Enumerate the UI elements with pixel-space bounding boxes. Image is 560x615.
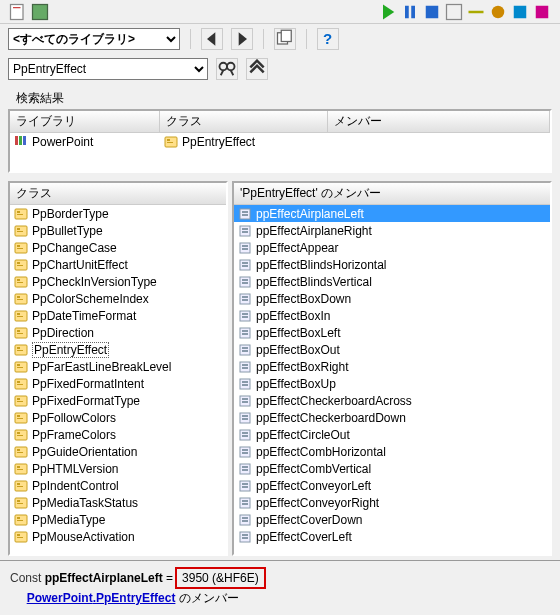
const-icon: [238, 463, 252, 475]
class-item[interactable]: PpMediaType: [10, 511, 226, 528]
svg-rect-0: [11, 4, 24, 19]
class-item[interactable]: PpFrameColors: [10, 426, 226, 443]
toolbar-icon[interactable]: [510, 2, 530, 22]
class-item-label: PpHTMLVersion: [32, 462, 118, 476]
stop-icon[interactable]: [422, 2, 442, 22]
class-item[interactable]: PpFarEastLineBreakLevel: [10, 358, 226, 375]
member-item[interactable]: ppEffectCheckerboardAcross: [234, 392, 550, 409]
search-result-row[interactable]: PowerPoint PpEntryEffect: [10, 133, 550, 150]
svg-rect-80: [17, 503, 23, 504]
member-item[interactable]: ppEffectBoxUp: [234, 375, 550, 392]
svg-rect-38: [17, 265, 23, 266]
member-item-label: ppEffectBoxOut: [256, 343, 340, 357]
class-item[interactable]: PpGuideOrientation: [10, 443, 226, 460]
svg-rect-77: [17, 486, 23, 487]
class-item-label: PpDirection: [32, 326, 94, 340]
member-item[interactable]: ppEffectConveyorLeft: [234, 477, 550, 494]
class-item[interactable]: PpEntryEffect: [10, 341, 226, 358]
const-icon: [238, 276, 252, 288]
search-results-label: 検索結果: [16, 90, 550, 107]
class-icon: [14, 327, 28, 339]
help-button[interactable]: ?: [317, 28, 339, 50]
footer-link-library[interactable]: PowerPoint: [27, 591, 93, 605]
class-item[interactable]: PpDateTimeFormat: [10, 307, 226, 324]
class-item-label: PpColorSchemeIndex: [32, 292, 149, 306]
class-icon: [14, 429, 28, 441]
toolbar-icon[interactable]: [532, 2, 552, 22]
svg-rect-64: [17, 415, 20, 417]
member-item[interactable]: ppEffectBoxRight: [234, 358, 550, 375]
equals: =: [166, 569, 173, 587]
forward-button[interactable]: [231, 28, 253, 50]
search-combo[interactable]: PpEntryEffect: [8, 58, 208, 80]
class-item[interactable]: PpBorderType: [10, 205, 226, 222]
svg-rect-47: [17, 316, 23, 317]
class-item[interactable]: PpFixedFormatType: [10, 392, 226, 409]
const-icon: [238, 310, 252, 322]
class-item[interactable]: PpChangeCase: [10, 239, 226, 256]
library-combo[interactable]: <すべてのライブラリ>: [8, 28, 180, 50]
member-item[interactable]: ppEffectBoxIn: [234, 307, 550, 324]
member-item[interactable]: ppEffectCircleOut: [234, 426, 550, 443]
classes-list[interactable]: PpBorderTypePpBulletTypePpChangeCasePpCh…: [10, 205, 226, 554]
member-item[interactable]: ppEffectBoxDown: [234, 290, 550, 307]
search-button[interactable]: [216, 58, 238, 80]
search-results-header: ライブラリ クラス メンバー: [10, 111, 550, 133]
footer-link-class[interactable]: PpEntryEffect: [96, 591, 175, 605]
collapse-button[interactable]: [246, 58, 268, 80]
member-item[interactable]: ppEffectCombVertical: [234, 460, 550, 477]
class-item[interactable]: PpMediaTaskStatus: [10, 494, 226, 511]
back-button[interactable]: [201, 28, 223, 50]
col-header-class[interactable]: クラス: [160, 111, 328, 132]
svg-rect-88: [242, 211, 248, 213]
member-item[interactable]: ppEffectBlindsHorizontal: [234, 256, 550, 273]
class-item[interactable]: PpBulletType: [10, 222, 226, 239]
class-item[interactable]: PpHTMLVersion: [10, 460, 226, 477]
member-item[interactable]: ppEffectAppear: [234, 239, 550, 256]
member-item-label: ppEffectBlindsHorizontal: [256, 258, 387, 272]
class-item-label: PpFollowColors: [32, 411, 116, 425]
svg-rect-70: [17, 449, 20, 451]
member-item[interactable]: ppEffectBlindsVertical: [234, 273, 550, 290]
copy-module-button[interactable]: [274, 28, 296, 50]
member-item[interactable]: ppEffectAirplaneLeft: [234, 205, 550, 222]
toolbar-icon[interactable]: [8, 2, 28, 22]
member-item[interactable]: ppEffectCombHorizontal: [234, 443, 550, 460]
member-item[interactable]: ppEffectBoxOut: [234, 341, 550, 358]
toolbar-icon[interactable]: [30, 2, 50, 22]
members-list[interactable]: ppEffectAirplaneLeftppEffectAirplaneRigh…: [234, 205, 550, 554]
class-item[interactable]: PpIndentControl: [10, 477, 226, 494]
class-item-label: PpIndentControl: [32, 479, 119, 493]
member-item[interactable]: ppEffectAirplaneRight: [234, 222, 550, 239]
const-icon: [238, 378, 252, 390]
toolbar-icon[interactable]: [444, 2, 464, 22]
svg-rect-11: [536, 5, 549, 18]
member-item[interactable]: ppEffectCheckerboardDown: [234, 409, 550, 426]
member-item[interactable]: ppEffectConveyorRight: [234, 494, 550, 511]
library-row: <すべてのライブラリ> ?: [0, 24, 560, 54]
class-item[interactable]: PpMouseActivation: [10, 528, 226, 545]
member-item[interactable]: ppEffectBoxLeft: [234, 324, 550, 341]
svg-line-19: [221, 70, 224, 75]
member-item[interactable]: ppEffectCoverDown: [234, 511, 550, 528]
main-toolbar: [0, 0, 560, 24]
const-icon: [238, 514, 252, 526]
run-icon[interactable]: [378, 2, 398, 22]
const-icon: [238, 395, 252, 407]
svg-rect-122: [242, 401, 248, 403]
svg-rect-113: [242, 350, 248, 352]
col-header-library[interactable]: ライブラリ: [10, 111, 160, 132]
pause-icon[interactable]: [400, 2, 420, 22]
col-header-member[interactable]: メンバー: [328, 111, 550, 132]
class-item[interactable]: PpFollowColors: [10, 409, 226, 426]
class-item[interactable]: PpFixedFormatIntent: [10, 375, 226, 392]
toolbar-icon[interactable]: [466, 2, 486, 22]
member-item[interactable]: ppEffectCoverLeft: [234, 528, 550, 545]
class-item[interactable]: PpChartUnitEffect: [10, 256, 226, 273]
svg-marker-13: [239, 32, 247, 45]
svg-rect-128: [242, 435, 248, 437]
class-item[interactable]: PpCheckInVersionType: [10, 273, 226, 290]
class-item[interactable]: PpDirection: [10, 324, 226, 341]
toolbar-icon[interactable]: [488, 2, 508, 22]
class-item[interactable]: PpColorSchemeIndex: [10, 290, 226, 307]
